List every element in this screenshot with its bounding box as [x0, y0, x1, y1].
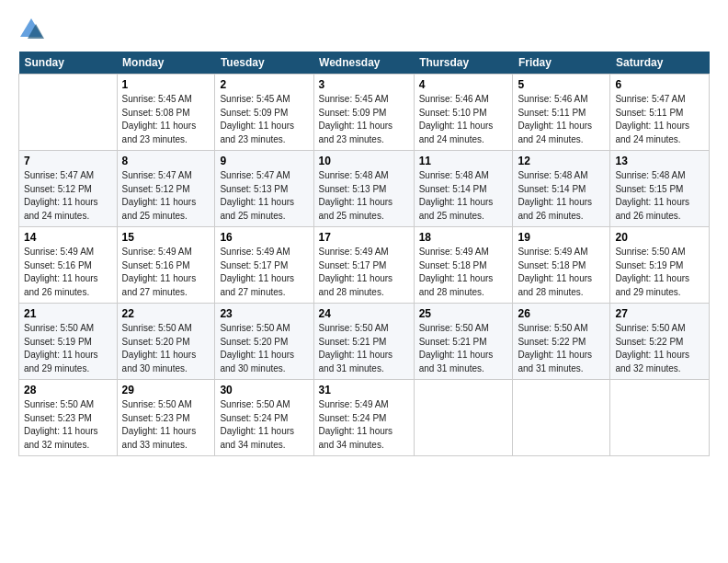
day-number: 21	[24, 307, 112, 320]
day-cell: 31Sunrise: 5:49 AMSunset: 5:24 PMDayligh…	[313, 380, 414, 456]
day-info: Sunrise: 5:50 AMSunset: 5:22 PMDaylight:…	[615, 322, 704, 375]
day-cell: 16Sunrise: 5:49 AMSunset: 5:17 PMDayligh…	[215, 227, 313, 304]
day-cell: 28Sunrise: 5:50 AMSunset: 5:23 PMDayligh…	[19, 380, 118, 456]
day-info: Sunrise: 5:45 AMSunset: 5:08 PMDaylight:…	[122, 93, 210, 146]
day-cell: 25Sunrise: 5:50 AMSunset: 5:21 PMDayligh…	[414, 304, 513, 380]
col-header-saturday: Saturday	[610, 52, 710, 75]
header	[18, 17, 710, 42]
day-number: 16	[220, 231, 308, 244]
week-row-3: 14Sunrise: 5:49 AMSunset: 5:16 PMDayligh…	[19, 227, 710, 304]
day-number: 19	[518, 231, 605, 244]
week-row-4: 21Sunrise: 5:50 AMSunset: 5:19 PMDayligh…	[19, 304, 710, 380]
day-number: 2	[220, 78, 308, 91]
week-row-2: 7Sunrise: 5:47 AMSunset: 5:12 PMDaylight…	[19, 151, 710, 227]
day-number: 23	[220, 307, 308, 320]
day-info: Sunrise: 5:49 AMSunset: 5:16 PMDaylight:…	[24, 246, 112, 299]
day-info: Sunrise: 5:47 AMSunset: 5:13 PMDaylight:…	[220, 169, 308, 223]
day-cell: 30Sunrise: 5:50 AMSunset: 5:24 PMDayligh…	[215, 380, 313, 456]
day-info: Sunrise: 5:50 AMSunset: 5:20 PMDaylight:…	[122, 322, 210, 375]
day-cell: 22Sunrise: 5:50 AMSunset: 5:20 PMDayligh…	[117, 304, 215, 380]
day-cell: 18Sunrise: 5:49 AMSunset: 5:18 PMDayligh…	[414, 227, 513, 304]
day-number: 14	[24, 231, 112, 244]
day-cell: 14Sunrise: 5:49 AMSunset: 5:16 PMDayligh…	[19, 227, 118, 304]
day-cell: 29Sunrise: 5:50 AMSunset: 5:23 PMDayligh…	[117, 380, 215, 456]
day-info: Sunrise: 5:46 AMSunset: 5:11 PMDaylight:…	[518, 93, 605, 146]
day-number: 25	[419, 307, 508, 320]
day-number: 3	[319, 78, 409, 91]
day-info: Sunrise: 5:50 AMSunset: 5:21 PMDaylight:…	[419, 322, 508, 375]
day-cell: 24Sunrise: 5:50 AMSunset: 5:21 PMDayligh…	[313, 304, 414, 380]
day-cell: 13Sunrise: 5:48 AMSunset: 5:15 PMDayligh…	[610, 151, 710, 227]
day-info: Sunrise: 5:50 AMSunset: 5:23 PMDaylight:…	[122, 398, 210, 452]
day-info: Sunrise: 5:49 AMSunset: 5:18 PMDaylight:…	[518, 246, 605, 299]
day-info: Sunrise: 5:48 AMSunset: 5:14 PMDaylight:…	[419, 169, 508, 223]
day-cell: 21Sunrise: 5:50 AMSunset: 5:19 PMDayligh…	[19, 304, 118, 380]
day-info: Sunrise: 5:50 AMSunset: 5:24 PMDaylight:…	[220, 398, 308, 452]
day-number: 10	[319, 155, 409, 167]
col-header-thursday: Thursday	[414, 52, 513, 75]
day-info: Sunrise: 5:50 AMSunset: 5:20 PMDaylight:…	[220, 322, 308, 375]
page: SundayMondayTuesdayWednesdayThursdayFrid…	[0, 0, 728, 465]
day-info: Sunrise: 5:50 AMSunset: 5:23 PMDaylight:…	[24, 398, 112, 452]
day-info: Sunrise: 5:45 AMSunset: 5:09 PMDaylight:…	[319, 93, 409, 146]
day-number: 22	[122, 307, 210, 320]
day-cell: 9Sunrise: 5:47 AMSunset: 5:13 PMDaylight…	[215, 151, 313, 227]
day-info: Sunrise: 5:50 AMSunset: 5:22 PMDaylight:…	[518, 322, 605, 375]
day-cell: 2Sunrise: 5:45 AMSunset: 5:09 PMDaylight…	[215, 75, 313, 151]
calendar-table: SundayMondayTuesdayWednesdayThursdayFrid…	[18, 52, 710, 456]
day-cell: 23Sunrise: 5:50 AMSunset: 5:20 PMDayligh…	[215, 304, 313, 380]
day-number: 27	[615, 307, 704, 320]
day-cell: 3Sunrise: 5:45 AMSunset: 5:09 PMDaylight…	[313, 75, 414, 151]
day-number: 30	[220, 384, 308, 396]
day-cell: 10Sunrise: 5:48 AMSunset: 5:13 PMDayligh…	[313, 151, 414, 227]
week-row-5: 28Sunrise: 5:50 AMSunset: 5:23 PMDayligh…	[19, 380, 710, 456]
day-info: Sunrise: 5:49 AMSunset: 5:24 PMDaylight:…	[319, 398, 409, 452]
day-number: 24	[319, 307, 409, 320]
day-cell: 1Sunrise: 5:45 AMSunset: 5:08 PMDaylight…	[117, 75, 215, 151]
day-number: 26	[518, 307, 605, 320]
day-cell: 27Sunrise: 5:50 AMSunset: 5:22 PMDayligh…	[610, 304, 710, 380]
day-cell: 17Sunrise: 5:49 AMSunset: 5:17 PMDayligh…	[313, 227, 414, 304]
day-cell: 15Sunrise: 5:49 AMSunset: 5:16 PMDayligh…	[117, 227, 215, 304]
day-number: 6	[615, 78, 704, 91]
day-number: 9	[220, 155, 308, 167]
day-info: Sunrise: 5:45 AMSunset: 5:09 PMDaylight:…	[220, 93, 308, 146]
day-info: Sunrise: 5:47 AMSunset: 5:11 PMDaylight:…	[615, 93, 704, 146]
day-cell: 26Sunrise: 5:50 AMSunset: 5:22 PMDayligh…	[513, 304, 610, 380]
day-cell: 11Sunrise: 5:48 AMSunset: 5:14 PMDayligh…	[414, 151, 513, 227]
day-cell	[414, 380, 513, 456]
day-cell: 5Sunrise: 5:46 AMSunset: 5:11 PMDaylight…	[513, 75, 610, 151]
day-info: Sunrise: 5:49 AMSunset: 5:17 PMDaylight:…	[319, 246, 409, 299]
day-number: 5	[518, 78, 605, 91]
day-cell: 8Sunrise: 5:47 AMSunset: 5:12 PMDaylight…	[117, 151, 215, 227]
day-number: 7	[24, 155, 112, 167]
day-info: Sunrise: 5:49 AMSunset: 5:16 PMDaylight:…	[122, 246, 210, 299]
day-cell: 12Sunrise: 5:48 AMSunset: 5:14 PMDayligh…	[513, 151, 610, 227]
logo-icon	[18, 17, 44, 42]
day-info: Sunrise: 5:50 AMSunset: 5:19 PMDaylight:…	[615, 246, 704, 299]
day-cell: 4Sunrise: 5:46 AMSunset: 5:10 PMDaylight…	[414, 75, 513, 151]
day-cell: 7Sunrise: 5:47 AMSunset: 5:12 PMDaylight…	[19, 151, 118, 227]
day-number: 11	[419, 155, 508, 167]
day-info: Sunrise: 5:49 AMSunset: 5:18 PMDaylight:…	[419, 246, 508, 299]
week-row-1: 1Sunrise: 5:45 AMSunset: 5:08 PMDaylight…	[19, 75, 710, 151]
day-cell: 19Sunrise: 5:49 AMSunset: 5:18 PMDayligh…	[513, 227, 610, 304]
day-cell: 6Sunrise: 5:47 AMSunset: 5:11 PMDaylight…	[610, 75, 710, 151]
day-cell	[19, 75, 118, 151]
day-info: Sunrise: 5:48 AMSunset: 5:14 PMDaylight:…	[518, 169, 605, 223]
day-number: 31	[319, 384, 409, 396]
day-info: Sunrise: 5:47 AMSunset: 5:12 PMDaylight:…	[24, 169, 112, 223]
day-number: 13	[615, 155, 704, 167]
day-number: 1	[122, 78, 210, 91]
day-info: Sunrise: 5:47 AMSunset: 5:12 PMDaylight:…	[122, 169, 210, 223]
day-number: 17	[319, 231, 409, 244]
day-cell	[513, 380, 610, 456]
logo	[18, 17, 46, 42]
col-header-sunday: Sunday	[19, 52, 118, 75]
day-info: Sunrise: 5:48 AMSunset: 5:13 PMDaylight:…	[319, 169, 409, 223]
day-info: Sunrise: 5:49 AMSunset: 5:17 PMDaylight:…	[220, 246, 308, 299]
col-header-tuesday: Tuesday	[215, 52, 313, 75]
day-cell: 20Sunrise: 5:50 AMSunset: 5:19 PMDayligh…	[610, 227, 710, 304]
day-info: Sunrise: 5:48 AMSunset: 5:15 PMDaylight:…	[615, 169, 704, 223]
day-info: Sunrise: 5:46 AMSunset: 5:10 PMDaylight:…	[419, 93, 508, 146]
